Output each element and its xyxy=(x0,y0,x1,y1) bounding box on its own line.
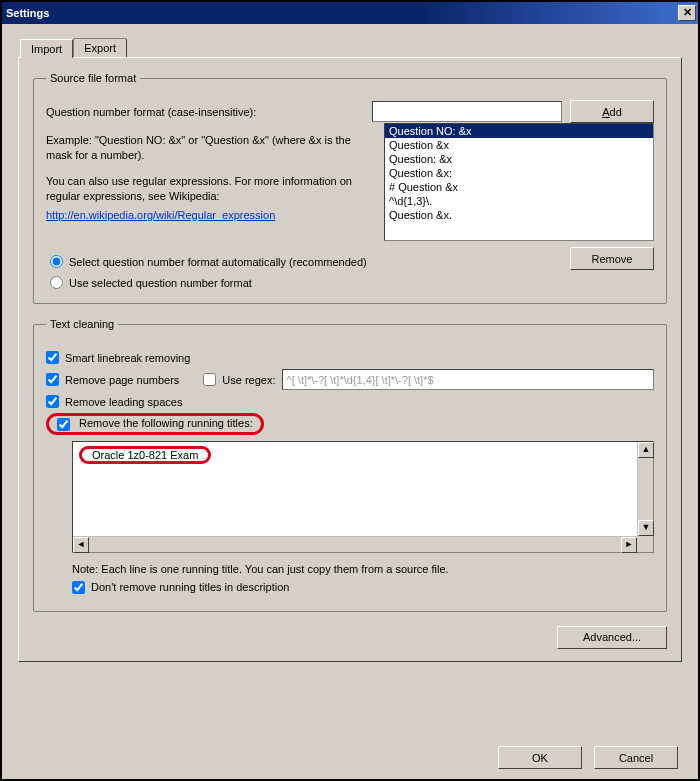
list-item[interactable]: # Question &x xyxy=(385,180,653,194)
tab-import[interactable]: Import xyxy=(20,39,73,58)
cancel-button[interactable]: Cancel xyxy=(594,746,678,769)
check-use-regex[interactable] xyxy=(203,373,216,386)
source-legend: Source file format xyxy=(46,72,140,84)
text-cleaning-group: Text cleaning Smart linebreak removing R… xyxy=(33,318,667,612)
regex-input xyxy=(282,369,654,390)
tabstrip: Import Export xyxy=(18,38,682,57)
ok-button[interactable]: OK xyxy=(498,746,582,769)
example-text: Example: "Question NO: &x" or "Question … xyxy=(46,133,366,164)
scroll-up-icon[interactable]: ▲ xyxy=(638,442,654,458)
wikipedia-link[interactable]: http://en.wikipedia.org/wiki/Regular_exp… xyxy=(46,209,372,221)
check-dont-remove-desc[interactable] xyxy=(72,581,85,594)
horizontal-scrollbar[interactable]: ◄ ► xyxy=(73,536,637,552)
dialog-footer: OK Cancel xyxy=(2,746,698,769)
check-remove-leading[interactable] xyxy=(46,395,59,408)
advanced-button[interactable]: Advanced... xyxy=(557,626,667,649)
radio-selected[interactable] xyxy=(50,276,63,289)
list-item[interactable]: Question &x: xyxy=(385,166,653,180)
check-smart-linebreak[interactable] xyxy=(46,351,59,364)
scroll-corner xyxy=(637,536,653,552)
source-file-format-group: Source file format Question number forma… xyxy=(33,72,667,304)
add-button[interactable]: Add xyxy=(570,100,654,123)
runtitles-textarea[interactable]: Oracle 1z0-821 Exam ▲ ▼ ◄ ► xyxy=(72,441,654,553)
format-listbox[interactable]: Question NO: &x Question &x Question: &x… xyxy=(384,123,654,241)
qnum-input[interactable] xyxy=(372,101,562,122)
settings-dialog: Settings ✕ Import Export Source file for… xyxy=(0,0,700,781)
runtitles-note: Note: Each line is one running title. Yo… xyxy=(72,563,654,575)
tab-export[interactable]: Export xyxy=(73,38,127,57)
highlight-runtitles: Remove the following running titles: xyxy=(46,413,264,435)
highlight-runtitles-value: Oracle 1z0-821 Exam xyxy=(79,446,211,464)
list-item[interactable]: Question &x. xyxy=(385,208,653,222)
dontremove-label: Don't remove running titles in descripti… xyxy=(91,581,289,593)
remove-button[interactable]: Remove xyxy=(570,247,654,270)
close-icon[interactable]: ✕ xyxy=(678,5,696,21)
list-item[interactable]: ^\d{1,3}\. xyxy=(385,194,653,208)
radio-selected-label: Use selected question number format xyxy=(69,277,252,289)
radio-auto-label: Select question number format automatica… xyxy=(69,256,367,268)
smart-label: Smart linebreak removing xyxy=(65,352,190,364)
check-remove-pagenums[interactable] xyxy=(46,373,59,386)
clean-legend: Text cleaning xyxy=(46,318,118,330)
check-remove-runtitles[interactable] xyxy=(57,418,70,431)
scroll-down-icon[interactable]: ▼ xyxy=(638,520,654,536)
scroll-right-icon[interactable]: ► xyxy=(621,537,637,553)
runtitles-value: Oracle 1z0-821 Exam xyxy=(92,449,198,461)
window-title: Settings xyxy=(6,7,49,19)
list-item[interactable]: Question: &x xyxy=(385,152,653,166)
list-item[interactable]: Question &x xyxy=(385,138,653,152)
scroll-left-icon[interactable]: ◄ xyxy=(73,537,89,553)
tabpanel-import: Source file format Question number forma… xyxy=(18,57,682,662)
titlebar: Settings ✕ xyxy=(2,2,698,24)
qnum-label: Question number format (case-insensitive… xyxy=(46,106,364,118)
runtitles-label: Remove the following running titles: xyxy=(79,417,253,429)
leading-label: Remove leading spaces xyxy=(65,396,182,408)
pagenums-label: Remove page numbers xyxy=(65,374,179,386)
info-text: You can also use regular expressions. Fo… xyxy=(46,174,366,205)
radio-auto[interactable] xyxy=(50,255,63,268)
list-item[interactable]: Question NO: &x xyxy=(385,124,653,138)
useregex-label: Use regex: xyxy=(222,374,275,386)
vertical-scrollbar[interactable]: ▲ ▼ xyxy=(637,442,653,536)
